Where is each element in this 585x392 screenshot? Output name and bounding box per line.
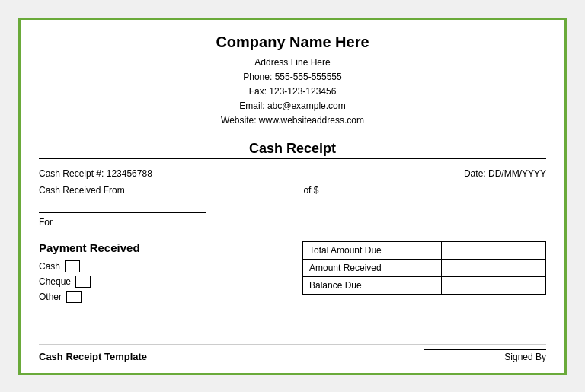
company-fax: Fax: 123-123-123456: [39, 84, 546, 99]
cheque-label: Cheque: [39, 276, 71, 287]
company-address: Address Line Here: [39, 56, 546, 70]
amount-input: [321, 185, 428, 196]
amount-received-label: Amount Received: [303, 260, 442, 277]
footer: Cash Receipt Template Signed By: [39, 344, 546, 362]
date-label: Date:: [464, 168, 486, 179]
of-s-label: of $: [303, 185, 318, 196]
payment-received-label: Payment Received: [39, 241, 295, 254]
cash-label: Cash: [39, 261, 60, 272]
receipt-number-field: Cash Receipt #: 123456788: [39, 168, 152, 179]
table-row-received: Amount Received: [303, 260, 546, 277]
left-section: Payment Received Cash Cheque Other: [39, 234, 295, 339]
receipt-document: Company Name Here Address Line Here Phon…: [18, 18, 567, 375]
amount-received-value: [442, 260, 546, 277]
date-field: Date: DD/MM/YYYY: [464, 168, 546, 179]
signed-by-section: Signed By: [424, 349, 546, 362]
company-email: Email: abc@example.com: [39, 99, 546, 113]
amounts-table: Total Amount Due Amount Received Balance…: [302, 241, 546, 295]
company-name: Company Name Here: [39, 33, 546, 51]
for-label: For: [39, 217, 53, 228]
receipt-header: Company Name Here Address Line Here Phon…: [39, 33, 546, 129]
receipt-number-label: Cash Receipt #:: [39, 168, 104, 179]
signed-by-label: Signed By: [424, 352, 546, 362]
company-website: Website: www.websiteaddress.com: [39, 113, 546, 128]
company-phone: Phone: 555-555-555555: [39, 70, 546, 84]
right-section: Total Amount Due Amount Received Balance…: [302, 234, 546, 339]
company-details: Address Line Here Phone: 555-555-555555 …: [39, 56, 546, 129]
other-option-row: Other: [39, 291, 295, 303]
other-checkbox[interactable]: [66, 291, 82, 303]
footer-template-label: Cash Receipt Template: [39, 351, 147, 362]
total-amount-label: Total Amount Due: [303, 242, 442, 260]
total-amount-value: [442, 242, 546, 260]
second-underline: [39, 199, 206, 213]
signed-by-line: [424, 349, 546, 350]
cheque-option-row: Cheque: [39, 276, 295, 288]
date-value: DD/MM/YYYY: [488, 168, 546, 179]
table-row-balance: Balance Due: [303, 277, 546, 295]
cash-received-label: Cash Received From: [39, 185, 125, 196]
main-body: Payment Received Cash Cheque Other: [39, 234, 546, 339]
cheque-checkbox[interactable]: [75, 276, 91, 288]
cash-received-row: Cash Received From of $: [39, 185, 546, 196]
balance-due-value: [442, 277, 546, 295]
cash-received-from-input: [127, 185, 295, 196]
balance-due-label: Balance Due: [303, 277, 442, 295]
table-row-total: Total Amount Due: [303, 242, 546, 260]
other-label: Other: [39, 292, 62, 302]
cash-checkbox[interactable]: [65, 260, 80, 272]
for-row: For: [39, 217, 546, 228]
second-underline-row: [39, 199, 546, 212]
receipt-number-value: 123456788: [107, 168, 152, 179]
receipt-title: Cash Receipt: [39, 139, 546, 159]
cash-option-row: Cash: [39, 260, 295, 272]
meta-row: Cash Receipt #: 123456788 Date: DD/MM/YY…: [39, 168, 546, 179]
payment-options: Cash Cheque Other: [39, 260, 295, 303]
